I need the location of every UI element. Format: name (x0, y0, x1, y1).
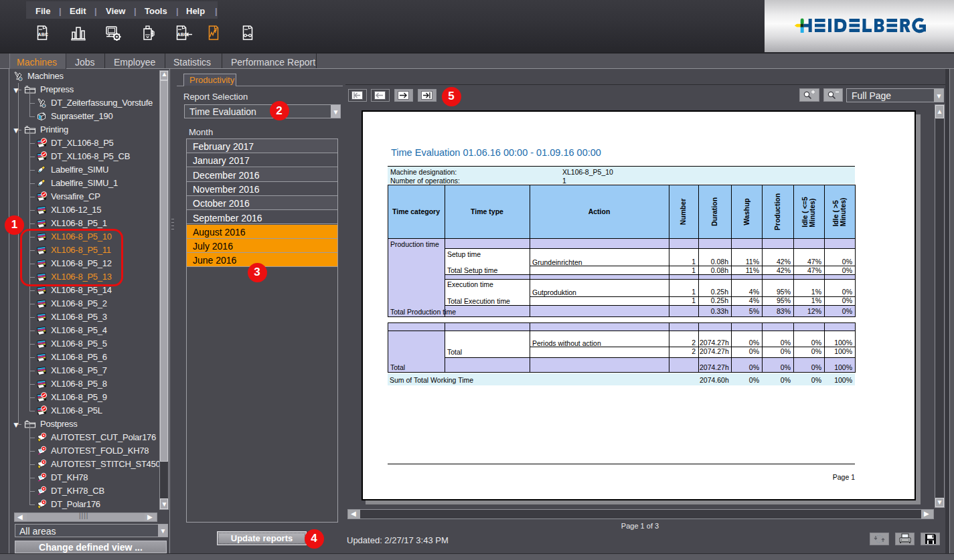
svg-text:ABC: ABC (177, 32, 187, 37)
svg-text:ABC: ABC (38, 32, 48, 37)
